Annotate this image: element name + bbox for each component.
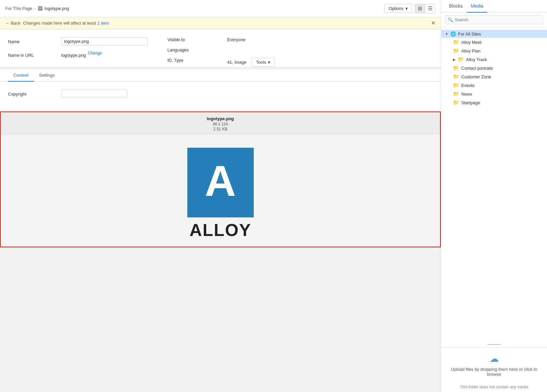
main-content-area: For This Page › 🖼 logotype.png Options ▾… bbox=[0, 0, 441, 392]
tree-item-root[interactable]: ▼ 🌐 For All Sites bbox=[441, 30, 547, 38]
grid-view-button[interactable]: ⊞ bbox=[415, 4, 425, 13]
name-row: Name bbox=[8, 37, 167, 45]
alloy-logo-box: A bbox=[187, 148, 254, 217]
tree-item-alloy-meet[interactable]: 📁 Alloy Meet bbox=[441, 38, 547, 46]
tree-item-label: Startpage bbox=[461, 100, 480, 105]
alloy-logo-letter-a: A bbox=[205, 159, 236, 202]
tab-content[interactable]: Content bbox=[8, 69, 34, 82]
folder-icon: 📁 bbox=[453, 91, 459, 97]
sidebar-search: 🔍 bbox=[441, 13, 547, 27]
visible-to-label: Visible to bbox=[167, 37, 207, 42]
content-section: Copyright bbox=[0, 82, 441, 112]
tree-expand-icon: ▶ bbox=[453, 58, 456, 61]
options-button[interactable]: Options ▾ bbox=[384, 4, 412, 13]
tree-item-label: Customer Zone bbox=[461, 74, 491, 79]
sidebar-tab-blocks[interactable]: Blocks bbox=[445, 0, 467, 13]
top-bar: For This Page › 🖼 logotype.png Options ▾… bbox=[0, 0, 441, 17]
preview-dimensions: 96 x 124 bbox=[1, 122, 440, 126]
folder-icon: 📁 bbox=[453, 48, 459, 54]
tree-item-label: Alloy Meet bbox=[461, 40, 482, 45]
sidebar-divider bbox=[488, 344, 501, 345]
form-columns: Name Name in URL logotype.png Change Vis… bbox=[8, 37, 433, 67]
empty-folder-text: This folder does not contain any media bbox=[441, 382, 547, 392]
tree-item-contact-portraits[interactable]: 📁 Contact portraits bbox=[441, 64, 547, 72]
languages-label: Languages bbox=[167, 47, 207, 52]
form-left-column: Name Name in URL logotype.png Change bbox=[8, 37, 167, 67]
tab-settings[interactable]: Settings bbox=[34, 69, 60, 82]
warning-banner: ← Back Changes made here will affect at … bbox=[0, 17, 441, 29]
file-icon: 🖼 bbox=[38, 6, 43, 11]
alloy-logo: A ALLOY bbox=[187, 148, 254, 240]
upload-icon: ☁ bbox=[490, 353, 499, 364]
tree-item-label: Contact portraits bbox=[461, 66, 493, 71]
search-icon: 🔍 bbox=[448, 17, 453, 22]
name-in-url-label: Name in URL bbox=[8, 51, 61, 58]
tree-item-news[interactable]: 📁 News bbox=[441, 90, 547, 98]
name-label: Name bbox=[8, 37, 61, 44]
tools-label: Tools bbox=[256, 60, 266, 65]
back-link[interactable]: ← Back bbox=[5, 21, 21, 26]
preview-area: logotype.png 96 x 124 2.51 KB A ALLOY bbox=[0, 112, 441, 247]
folder-icon: 📁 bbox=[453, 74, 459, 80]
copyright-row: Copyright bbox=[8, 90, 433, 98]
search-input[interactable] bbox=[445, 15, 543, 24]
breadcrumb: For This Page › 🖼 logotype.png bbox=[5, 6, 69, 11]
warning-link[interactable]: 1 item bbox=[97, 21, 109, 26]
list-view-button[interactable]: ☰ bbox=[425, 4, 435, 13]
preview-filename: logotype.png bbox=[1, 116, 440, 121]
folder-icon: 📁 bbox=[453, 100, 459, 106]
tools-button[interactable]: Tools ▾ bbox=[252, 58, 275, 67]
visible-to-value: Everyone bbox=[227, 37, 245, 42]
globe-icon: 🌐 bbox=[450, 31, 456, 37]
tree-item-label: Alloy Track bbox=[466, 57, 487, 62]
preview-info: logotype.png 96 x 124 2.51 KB bbox=[1, 112, 440, 134]
name-in-url-value: logotype.png bbox=[61, 51, 86, 58]
preview-size: 2.51 KB bbox=[1, 127, 440, 131]
tree-expand-icon: ▼ bbox=[445, 32, 448, 36]
tree-root-label: For All Sites bbox=[458, 32, 481, 37]
upload-text: Upload files by dropping them here or cl… bbox=[445, 367, 543, 377]
id-type-row: ID, Type 41, Image Tools ▾ bbox=[167, 58, 433, 67]
change-link[interactable]: Change bbox=[88, 51, 102, 55]
tree-item-customer-zone[interactable]: 📁 Customer Zone bbox=[441, 72, 547, 81]
breadcrumb-chevron: › bbox=[34, 6, 36, 11]
visible-to-row: Visible to Everyone bbox=[167, 37, 433, 42]
options-label: Options bbox=[389, 6, 404, 11]
folder-icon: 📁 bbox=[453, 82, 459, 88]
sidebar-tabs: Blocks Media bbox=[441, 0, 547, 13]
tree-item-events[interactable]: 📁 Events bbox=[441, 81, 547, 90]
for-this-page-link[interactable]: For This Page bbox=[5, 6, 32, 11]
breadcrumb-filename: logotype.png bbox=[45, 6, 69, 11]
id-type-label: ID, Type bbox=[167, 58, 207, 67]
tree-item-startpage[interactable]: 📁 Startpage bbox=[441, 98, 547, 107]
top-bar-actions: Options ▾ ⊞ ☰ bbox=[384, 4, 435, 13]
sidebar-tab-media[interactable]: Media bbox=[467, 0, 487, 13]
tree-area: ▼ 🌐 For All Sites 📁 Alloy Meet 📁 Alloy P… bbox=[441, 27, 547, 342]
warning-close-button[interactable]: ✕ bbox=[431, 20, 435, 26]
tree-item-label: Events bbox=[461, 83, 475, 88]
id-type-value: 41, Image bbox=[227, 60, 246, 65]
languages-row: Languages bbox=[167, 47, 433, 52]
tools-chevron-icon: ▾ bbox=[268, 60, 270, 65]
folder-icon: 📁 bbox=[453, 65, 459, 71]
preview-image-container: A ALLOY bbox=[1, 134, 440, 247]
name-input[interactable] bbox=[61, 37, 147, 45]
copyright-input[interactable] bbox=[61, 90, 128, 98]
view-toggle: ⊞ ☰ bbox=[415, 4, 435, 13]
tree-item-alloy-plan[interactable]: 📁 Alloy Plan bbox=[441, 46, 547, 55]
form-area: Name Name in URL logotype.png Change Vis… bbox=[0, 29, 441, 67]
tabs-bar: Content Settings bbox=[0, 69, 441, 82]
tree-item-label: News bbox=[461, 92, 472, 97]
tree-item-alloy-track[interactable]: ▶ 📁 Alloy Track bbox=[441, 55, 547, 64]
right-sidebar: Blocks Media 🔍 ▼ 🌐 For All Sites 📁 Alloy… bbox=[441, 0, 547, 392]
name-in-url-row: Name in URL logotype.png Change bbox=[8, 51, 167, 58]
upload-area[interactable]: ☁ Upload files by dropping them here or … bbox=[441, 348, 547, 382]
form-right-column: Visible to Everyone Languages ID, Type 4… bbox=[167, 37, 433, 67]
warning-banner-left: ← Back Changes made here will affect at … bbox=[5, 21, 109, 26]
alloy-logo-text: ALLOY bbox=[189, 220, 251, 240]
options-chevron-icon: ▾ bbox=[406, 6, 408, 11]
copyright-label: Copyright bbox=[8, 90, 61, 97]
tree-item-label: Alloy Plan bbox=[461, 48, 481, 53]
folder-icon: 📁 bbox=[458, 56, 464, 62]
folder-icon: 📁 bbox=[453, 39, 459, 45]
